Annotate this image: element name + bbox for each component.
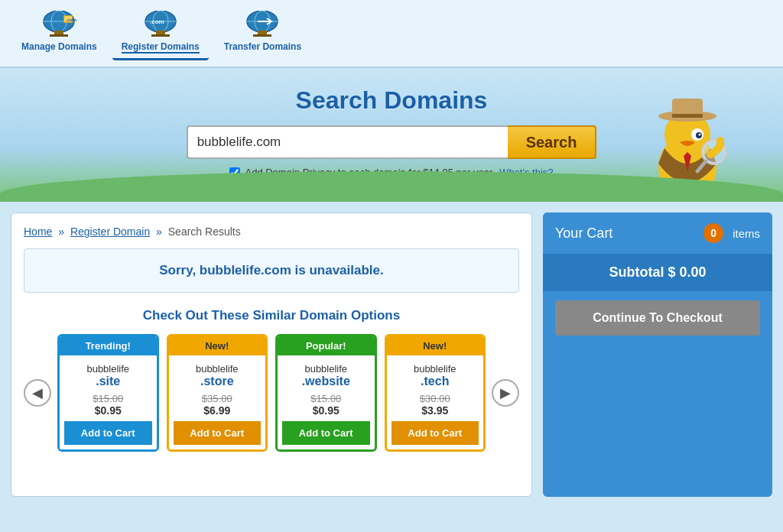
breadcrumb: Home » Register Domain » Search Results bbox=[24, 225, 519, 238]
svg-rect-27 bbox=[672, 114, 703, 118]
add-to-cart-button-1[interactable]: Add to Cart bbox=[174, 421, 262, 445]
similar-domains-title: Check Out These Similar Domain Options bbox=[24, 308, 519, 323]
unavailable-message-box: Sorry, bubblelife.com is unavailable. bbox=[24, 248, 519, 293]
card-price-old-0: $15.00 bbox=[64, 393, 152, 404]
card-price-new-3: $3.95 bbox=[392, 404, 479, 417]
add-to-cart-button-3[interactable]: Add to Cart bbox=[392, 421, 479, 445]
cart-subtotal: Subtotal $ 0.00 bbox=[543, 254, 772, 291]
svg-point-30 bbox=[699, 134, 701, 136]
cart-header: Your Cart 0 items bbox=[543, 212, 772, 254]
card-domain-name-0: bubblelife bbox=[64, 363, 152, 375]
card-price-new-1: $6.99 bbox=[174, 404, 262, 417]
card-badge-0: Trending! bbox=[60, 336, 157, 355]
register-domains-icon: .com bbox=[142, 11, 179, 38]
card-ext-3: .tech bbox=[392, 375, 479, 388]
left-panel: Home » Register Domain » Search Results … bbox=[11, 212, 532, 497]
svg-text:.com: .com bbox=[66, 18, 76, 22]
breadcrumb-current: Search Results bbox=[168, 225, 241, 238]
cart-count-badge: 0 bbox=[703, 223, 723, 243]
carousel-prev-button[interactable]: ◀ bbox=[24, 379, 51, 407]
card-badge-3: New! bbox=[387, 336, 484, 355]
card-domain-name-2: bubblelife bbox=[282, 363, 370, 375]
card-badge-2: Popular! bbox=[278, 336, 375, 355]
search-input[interactable] bbox=[187, 125, 508, 159]
top-navigation: .com Manage Domains .com Register Domain… bbox=[0, 0, 783, 68]
card-domain-name-3: bubblelife bbox=[392, 363, 479, 375]
carousel-next-button[interactable]: ▶ bbox=[492, 379, 519, 407]
manage-domains-icon: .com bbox=[41, 11, 77, 38]
card-body-3: bubblelife .tech $30.00 $3.95 Add to Car… bbox=[387, 355, 484, 449]
breadcrumb-home[interactable]: Home bbox=[24, 225, 52, 238]
hero-section: Search Domains Search Add Domain Privacy… bbox=[0, 68, 783, 202]
card-price-new-0: $0.95 bbox=[64, 404, 152, 417]
svg-rect-21 bbox=[253, 34, 271, 37]
card-ext-2: .website bbox=[282, 375, 370, 388]
domain-card: Popular! bubblelife .website $15.00 $0.9… bbox=[275, 334, 377, 452]
domain-card: Trending! bubblelife .site $15.00 $0.95 … bbox=[57, 334, 159, 452]
nav-manage-domains[interactable]: .com Manage Domains bbox=[12, 6, 106, 60]
card-body-1: bubblelife .store $35.00 $6.99 Add to Ca… bbox=[169, 355, 266, 449]
svg-text:.com: .com bbox=[150, 18, 164, 25]
card-badge-1: New! bbox=[169, 336, 266, 355]
cart-panel: Your Cart 0 items Subtotal $ 0.00 Contin… bbox=[543, 212, 772, 497]
svg-rect-14 bbox=[151, 34, 170, 37]
svg-rect-5 bbox=[50, 34, 68, 37]
card-price-old-1: $35.00 bbox=[174, 393, 262, 404]
breadcrumb-register[interactable]: Register Domain bbox=[70, 225, 150, 238]
subtotal-label: Subtotal bbox=[609, 264, 664, 280]
domain-card: New! bubblelife .store $35.00 $6.99 Add … bbox=[167, 334, 268, 452]
transfer-domains-icon bbox=[244, 11, 281, 38]
breadcrumb-sep-1: » bbox=[58, 225, 67, 238]
card-domain-name-1: bubblelife bbox=[174, 363, 262, 375]
nav-transfer-domains[interactable]: Transfer Domains bbox=[215, 6, 310, 60]
domain-cards: Trending! bubblelife .site $15.00 $0.95 … bbox=[57, 334, 486, 452]
add-to-cart-button-2[interactable]: Add to Cart bbox=[282, 421, 370, 445]
nav-register-domains[interactable]: .com Register Domains bbox=[112, 6, 209, 60]
cart-items-label: items bbox=[733, 227, 760, 240]
subtotal-amount: $ 0.00 bbox=[668, 264, 706, 280]
main-content: Home » Register Domain » Search Results … bbox=[0, 202, 783, 508]
card-ext-0: .site bbox=[64, 375, 152, 388]
card-body-0: bubblelife .site $15.00 $0.95 Add to Car… bbox=[60, 355, 157, 449]
card-price-new-2: $0.95 bbox=[282, 404, 370, 417]
manage-domains-label: Manage Domains bbox=[21, 41, 97, 52]
search-button[interactable]: Search bbox=[508, 125, 597, 159]
checkout-button[interactable]: Continue To Checkout bbox=[555, 300, 760, 336]
domain-carousel: ◀ Trending! bubblelife .site $15.00 $0.9… bbox=[24, 334, 519, 452]
unavailable-message: Sorry, bubblelife.com is unavailable. bbox=[38, 263, 505, 278]
cart-title: Your Cart bbox=[555, 225, 612, 242]
breadcrumb-sep-2: » bbox=[156, 225, 165, 238]
transfer-domains-label: Transfer Domains bbox=[224, 41, 301, 52]
add-to-cart-button-0[interactable]: Add to Cart bbox=[64, 421, 152, 445]
card-price-old-2: $15.00 bbox=[282, 393, 370, 404]
register-domains-label: Register Domains bbox=[122, 41, 200, 54]
card-body-2: bubblelife .website $15.00 $0.95 Add to … bbox=[278, 355, 375, 449]
card-price-old-3: $30.00 bbox=[392, 393, 479, 404]
card-ext-1: .store bbox=[174, 375, 262, 388]
domain-card: New! bubblelife .tech $30.00 $3.95 Add t… bbox=[385, 334, 486, 452]
